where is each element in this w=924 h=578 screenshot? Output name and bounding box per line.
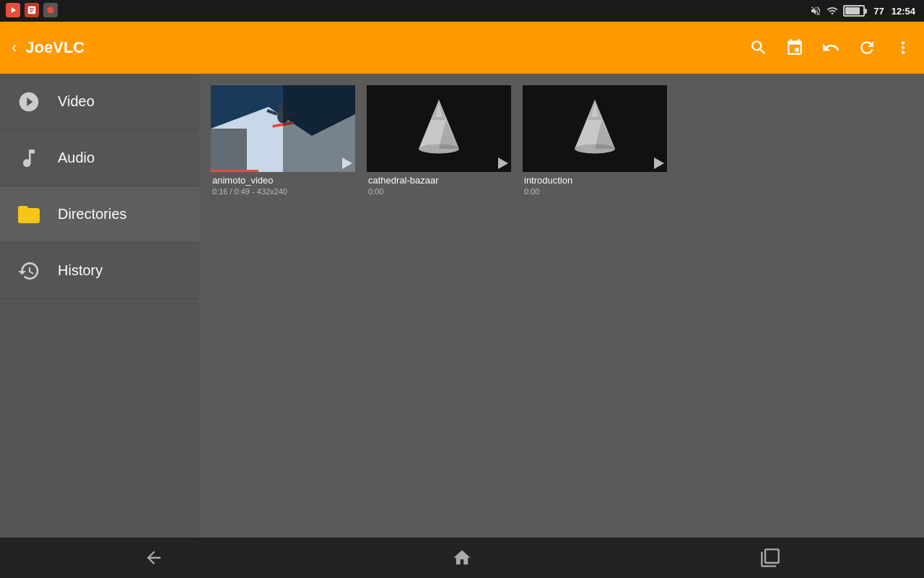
video-card-introduction[interactable]: introduction 0:00 (523, 85, 667, 199)
sidebar-directories-label: Directories (58, 206, 127, 223)
sidebar-item-history[interactable]: History (0, 243, 199, 299)
svg-rect-8 (211, 129, 247, 172)
play-indicator-introduction (654, 158, 664, 169)
sidebar: Video Audio Directories History (0, 74, 199, 538)
app-bar-actions (749, 38, 912, 57)
video-meta-introduction: 0:00 (524, 187, 666, 196)
sidebar-video-label: Video (58, 93, 95, 110)
video-card-cathedral[interactable]: cathedral-bazaar 0:00 (367, 85, 511, 199)
undo-icon[interactable] (821, 38, 840, 57)
system-tray-left (6, 3, 58, 17)
main-content: animoto_video 0:16 / 0:49 - 432x240 cath (199, 74, 924, 538)
video-info-cathedral: cathedral-bazaar 0:00 (367, 172, 511, 199)
video-meta-animoto: 0:16 / 0:49 - 432x240 (212, 187, 354, 196)
status-bar: 77 12:54 (0, 0, 924, 22)
app-icon-2 (25, 3, 39, 17)
video-title-cathedral: cathedral-bazaar (368, 175, 510, 186)
thumbnail-introduction (523, 85, 667, 172)
audio-icon (14, 144, 43, 173)
video-title-introduction: introduction (524, 175, 666, 186)
status-time: 12:54 (892, 6, 915, 17)
video-card-animoto[interactable]: animoto_video 0:16 / 0:49 - 432x240 (211, 85, 355, 199)
vlc-cone-introduction (566, 96, 624, 161)
battery-percent: 77 (873, 6, 884, 17)
play-indicator-cathedral (498, 158, 508, 169)
play-indicator-animoto (342, 158, 352, 169)
sidebar-item-audio[interactable]: Audio (0, 130, 199, 186)
app-icon-3 (43, 3, 58, 17)
wifi-icon (826, 5, 839, 17)
sidebar-item-video[interactable]: Video (0, 74, 199, 130)
bottom-nav (0, 538, 924, 578)
video-info-animoto: animoto_video 0:16 / 0:49 - 432x240 (211, 172, 355, 199)
app-bar: ‹ JoeVLC (0, 22, 924, 74)
thumbnail-cathedral (367, 85, 511, 172)
refresh-icon[interactable] (858, 38, 876, 57)
vlc-cone-cathedral (410, 96, 468, 161)
nav-recents-button[interactable] (741, 538, 799, 578)
back-button[interactable]: ‹ (12, 38, 17, 57)
nav-home-button[interactable] (433, 538, 491, 578)
sidebar-audio-label: Audio (58, 150, 95, 166)
sidebar-history-label: History (58, 262, 103, 279)
video-info-introduction: introduction 0:00 (523, 172, 667, 199)
nav-back-button[interactable] (125, 538, 183, 578)
mute-icon (810, 5, 821, 17)
search-icon[interactable] (749, 38, 768, 57)
video-meta-cathedral: 0:00 (368, 187, 510, 196)
video-icon (14, 87, 43, 116)
pin-icon[interactable] (785, 38, 804, 57)
app-icon-1 (6, 3, 20, 17)
history-icon (14, 256, 43, 285)
more-icon[interactable] (894, 38, 912, 57)
app-title: JoeVLC (25, 38, 749, 57)
directories-icon (14, 200, 43, 229)
video-title-animoto: animoto_video (212, 175, 354, 186)
status-icons: 77 12:54 (810, 5, 915, 17)
svg-point-19 (47, 7, 53, 13)
progress-bar-animoto (211, 170, 258, 172)
sidebar-item-directories[interactable]: Directories (0, 186, 199, 243)
thumbnail-animoto (211, 85, 355, 172)
battery-icon (843, 5, 865, 17)
